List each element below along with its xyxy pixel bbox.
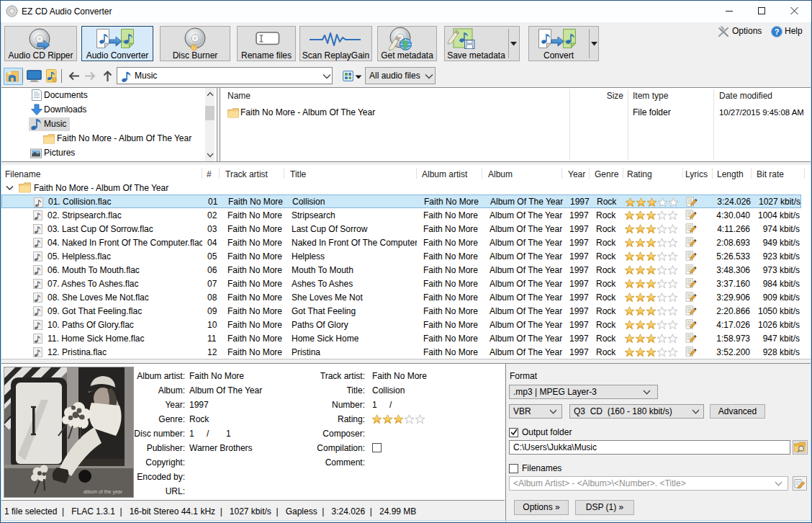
svg-text:?: ? [775,27,780,36]
